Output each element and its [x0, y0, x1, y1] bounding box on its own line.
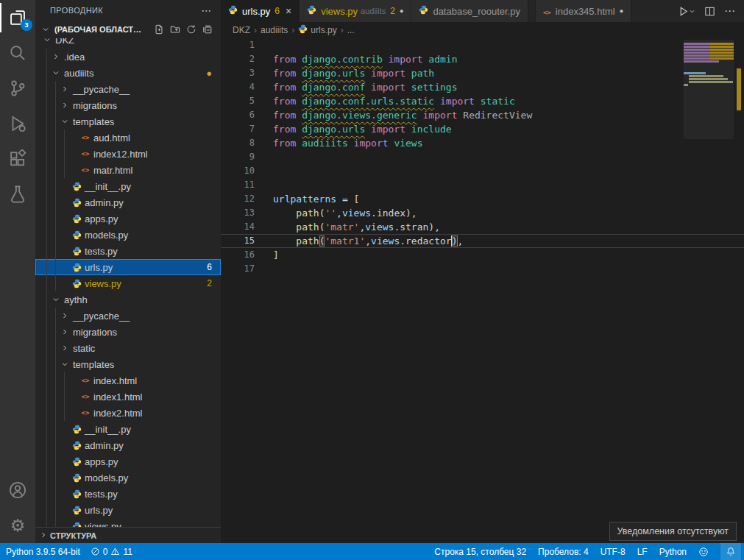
tree-item-matr-html[interactable]: <>matr.html — [35, 162, 221, 178]
breadcrumb-item-dkz[interactable]: DKZ — [233, 25, 250, 35]
tree-item-apps-py[interactable]: apps.py — [35, 453, 221, 469]
tab-urls-py[interactable]: urls.py6× — [221, 0, 300, 22]
code-line-12[interactable]: 12urlpatterns = [ — [221, 192, 744, 206]
settings-gear-icon[interactable]: ⚙ — [0, 508, 35, 543]
tab-database-roouter-py[interactable]: database_roouter.py — [411, 0, 528, 22]
feedback-icon[interactable] — [698, 547, 709, 557]
collapse-all-icon[interactable] — [200, 22, 215, 37]
tree-item-init-py[interactable]: __init__.py — [35, 421, 221, 437]
workspace-section-header[interactable]: (РАБОЧАЯ ОБЛАСТЬ) ... — [35, 21, 221, 38]
code-line-13[interactable]: 13 path('',views.index), — [221, 206, 744, 220]
tree-item-aud-html[interactable]: <>aud.html — [35, 130, 221, 146]
tree-item-label: migrations — [73, 100, 117, 111]
cursor-position-status[interactable]: Строка 15, столбец 32 — [434, 547, 526, 557]
tree-item-dkz[interactable]: DKZ — [35, 38, 221, 49]
new-folder-icon[interactable] — [168, 22, 183, 37]
tree-item-tests-py[interactable]: tests.py — [35, 486, 221, 502]
code-line-7[interactable]: 7from django.urls import include — [221, 122, 744, 136]
code-line-10[interactable]: 10 — [221, 164, 744, 178]
explorer-icon[interactable]: 3 — [0, 0, 35, 35]
tree-item-views-py[interactable]: views.py2 — [35, 275, 221, 291]
tree-item-label: index1.html — [93, 391, 142, 403]
minimap[interactable] — [684, 40, 734, 540]
run-button[interactable] — [678, 6, 695, 17]
extensions-icon[interactable] — [0, 141, 35, 177]
problems-indicator[interactable]: 011 — [91, 547, 132, 557]
breadcrumb-item-audiiits[interactable]: audiiits — [261, 25, 288, 35]
tree-item-models-py[interactable]: models.py — [35, 227, 221, 243]
code-line-5[interactable]: 5from django.conf.urls.static import sta… — [221, 94, 744, 108]
close-icon[interactable]: × — [286, 5, 291, 17]
tree-item-admin-py[interactable]: admin.py — [35, 437, 221, 453]
outline-section-header[interactable]: СТРУКТУРА — [35, 527, 221, 543]
tree-item-static[interactable]: static — [35, 340, 221, 356]
code-line-8[interactable]: 8from audiiits import views — [221, 136, 744, 150]
language-mode-status[interactable]: Python — [659, 547, 687, 557]
tree-item-index2-html[interactable]: <>index2.html — [35, 405, 221, 421]
tree-item-migrations[interactable]: migrations — [35, 324, 221, 340]
code-line-11[interactable]: 11 — [221, 178, 744, 192]
testing-icon[interactable] — [0, 177, 35, 212]
tree-item-index-html[interactable]: <>index.html — [35, 372, 221, 389]
line-number: 2 — [221, 52, 255, 66]
code-line-3[interactable]: 3from django.urls import path — [221, 66, 744, 80]
split-editor-icon[interactable] — [704, 6, 715, 17]
code-line-15[interactable]: 15 path('matr1',views.redactor), — [221, 234, 744, 248]
code-line-16[interactable]: 16] — [221, 248, 744, 262]
tree-item-idea[interactable]: .idea — [35, 49, 221, 65]
tree-item-index1-html[interactable]: <>index1.html — [35, 389, 221, 405]
code-editor[interactable]: 12from django.contrib import admin3from … — [221, 38, 744, 543]
python-interpreter-status[interactable]: Python 3.9.5 64-bit — [6, 547, 80, 557]
minimap-warning-mark — [710, 46, 734, 48]
tree-item-templates[interactable]: templates — [35, 356, 221, 372]
sidebar-more-actions-icon[interactable]: ⋯ — [202, 4, 212, 16]
code-line-14[interactable]: 14 path('matr',views.stran), — [221, 220, 744, 234]
tree-item-pycache[interactable]: __pycache__ — [35, 81, 221, 97]
python-file-icon — [71, 506, 82, 515]
indentation-status[interactable]: Пробелов: 4 — [538, 547, 589, 557]
search-icon[interactable] — [0, 35, 35, 71]
python-file-icon — [71, 247, 82, 256]
tree-item-init-py[interactable]: __init__.py — [35, 178, 221, 194]
breadcrumb-item-urls-py[interactable]: urls.py — [298, 24, 336, 36]
new-file-icon[interactable] — [152, 22, 166, 37]
source-control-icon[interactable] — [0, 71, 35, 106]
notifications-bell-icon[interactable] — [720, 543, 741, 560]
tab-label: index345.html — [556, 6, 615, 17]
account-icon[interactable] — [0, 472, 35, 508]
breadcrumb-item-[interactable]: ... — [347, 25, 355, 35]
code-line-9[interactable]: 9 — [221, 150, 744, 164]
tree-item-index12-html[interactable]: <>index12.html — [35, 146, 221, 162]
tree-item-label: aythh — [64, 294, 88, 305]
tree-item-views-py[interactable]: views.py — [35, 518, 221, 527]
tree-item-apps-py[interactable]: apps.py — [35, 210, 221, 227]
tab-views-py[interactable]: views.pyaudiiits2● — [300, 0, 411, 22]
tree-item-models-py[interactable]: models.py — [35, 469, 221, 486]
tree-item-pycache[interactable]: __pycache__ — [35, 308, 221, 324]
tree-item-label: aud.html — [93, 132, 130, 143]
tab-index345-html[interactable]: <>index345.html● — [535, 0, 631, 22]
code-line-6[interactable]: 6from django.views.generic import Redire… — [221, 108, 744, 122]
editor-more-actions-icon[interactable]: ⋯ — [724, 4, 735, 18]
tree-item-migrations[interactable]: migrations — [35, 97, 221, 113]
tree-item-audiiits[interactable]: audiiits● — [35, 65, 221, 81]
code-line-17[interactable]: 17 — [221, 262, 744, 276]
tree-item-admin-py[interactable]: admin.py — [35, 194, 221, 210]
code-line-2[interactable]: 2from django.contrib import admin — [221, 52, 744, 66]
code-line-4[interactable]: 4from django.conf import settings — [221, 80, 744, 94]
python-file-icon — [71, 198, 82, 208]
code-line-1[interactable]: 1 — [221, 38, 744, 52]
vertical-scrollbar[interactable] — [734, 38, 744, 543]
tree-item-aythh[interactable]: aythh — [35, 291, 221, 308]
refresh-icon[interactable] — [184, 22, 199, 37]
eol-status[interactable]: LF — [637, 547, 648, 557]
tree-item-urls-py[interactable]: urls.py6 — [35, 259, 221, 275]
code-content: from django.conf import settings — [273, 80, 457, 94]
breadcrumb-separator-icon: › — [291, 25, 294, 35]
run-debug-icon[interactable] — [0, 106, 35, 141]
tree-item-urls-py[interactable]: urls.py — [35, 502, 221, 518]
encoding-status[interactable]: UTF-8 — [600, 547, 626, 557]
tree-item-templates[interactable]: templates — [35, 113, 221, 130]
python-file-icon — [71, 522, 82, 528]
tree-item-tests-py[interactable]: tests.py — [35, 243, 221, 259]
